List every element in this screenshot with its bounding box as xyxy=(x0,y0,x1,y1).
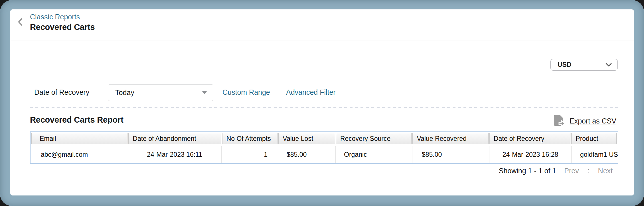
chevron-down-icon xyxy=(605,63,612,67)
header-divider xyxy=(10,40,634,40)
report-title: Recovered Carts Report xyxy=(30,115,123,125)
col-header-no-of-attempts[interactable]: No Of Attempts xyxy=(222,133,278,145)
pagination-summary: Showing 1 - 1 of 1 xyxy=(499,167,556,175)
chevron-left-icon xyxy=(15,17,26,27)
cell-value-lost: $85.00 xyxy=(278,146,336,163)
col-header-date-of-recovery[interactable]: Date of Recovery xyxy=(489,133,571,145)
cell-recovery-source: Organic xyxy=(336,146,412,163)
cell-email: abc@gmail.com xyxy=(31,146,128,163)
page-title: Recovered Carts xyxy=(30,22,95,32)
cell-no-of-attempts: 1 xyxy=(222,146,278,163)
cell-value-recovered: $85.00 xyxy=(412,146,489,163)
currency-select[interactable]: USD xyxy=(550,59,618,71)
col-header-value-lost[interactable]: Value Lost xyxy=(278,133,336,145)
breadcrumb-classic-reports[interactable]: Classic Reports xyxy=(30,13,80,21)
currency-select-value: USD xyxy=(558,61,605,69)
date-of-recovery-label: Date of Recovery xyxy=(34,88,89,96)
advanced-filter-link[interactable]: Advanced Filter xyxy=(286,88,336,96)
content-card: Classic Reports Recovered Carts USD Date… xyxy=(10,9,634,195)
app-frame: Classic Reports Recovered Carts USD Date… xyxy=(0,0,644,206)
prev-button[interactable]: Prev xyxy=(564,167,579,175)
col-header-email[interactable]: Email xyxy=(31,133,128,145)
table-header-row: Email Date of Abandonment No Of Attempts… xyxy=(31,132,618,145)
col-header-date-of-abandonment[interactable]: Date of Abandonment xyxy=(128,133,222,145)
pagination: Showing 1 - 1 of 1 Prev : Next xyxy=(499,167,613,175)
col-header-recovery-source[interactable]: Recovery Source xyxy=(336,133,412,145)
table-row: abc@gmail.com 24-Mar-2023 16:11 1 $85.00… xyxy=(31,146,618,163)
export-csv-button[interactable]: Export as CSV xyxy=(552,114,616,128)
cell-product: goldfam1 USD xyxy=(572,146,618,163)
pagination-separator: : xyxy=(588,167,590,175)
recovered-carts-table: Email Date of Abandonment No Of Attempts… xyxy=(30,131,618,164)
cell-date-of-abandonment: 24-Mar-2023 16:11 xyxy=(128,146,222,163)
date-range-select[interactable]: Today xyxy=(108,84,213,101)
cell-date-of-recovery: 24-Mar-2023 16:28 xyxy=(489,146,572,163)
back-button[interactable] xyxy=(15,17,26,27)
custom-range-link[interactable]: Custom Range xyxy=(222,88,270,96)
dashed-divider xyxy=(30,107,618,108)
col-header-product[interactable]: Product xyxy=(571,133,617,145)
file-export-icon xyxy=(552,114,566,128)
export-csv-label: Export as CSV xyxy=(570,117,616,125)
caret-down-icon xyxy=(202,91,207,94)
next-button[interactable]: Next xyxy=(598,167,613,175)
col-header-value-recovered[interactable]: Value Recovered xyxy=(412,133,489,145)
frozen-column-divider xyxy=(128,131,128,164)
date-range-select-value: Today xyxy=(115,88,202,97)
